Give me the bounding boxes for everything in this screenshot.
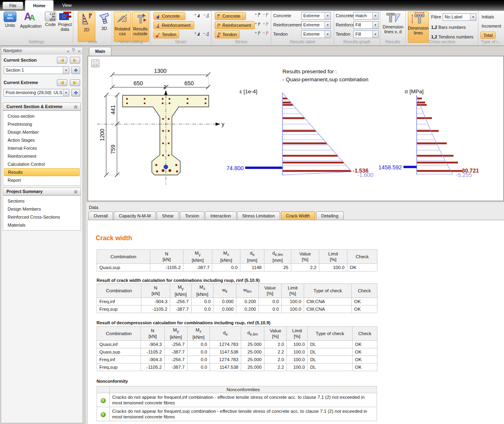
dimension-lines-xd-button[interactable]: Dimension lines x, d <box>381 12 405 40</box>
strain-tendon-add-button[interactable]: + <box>194 31 202 38</box>
stress-add-button[interactable]: + <box>255 12 263 20</box>
results-label-concrete-dropdown[interactable]: Extreme▼ <box>301 12 331 20</box>
strain-add-button[interactable]: + <box>194 13 202 20</box>
add-section-button[interactable] <box>71 66 80 74</box>
view-2d-button[interactable]: 2D <box>78 12 95 42</box>
code-icon: 1,159025.8 <box>45 12 56 21</box>
data-tab-overall[interactable]: Overall <box>89 211 113 220</box>
nav-item-design-members[interactable]: Design Members <box>4 205 80 213</box>
strain-reinforcement-button[interactable]: Reinforcement <box>153 21 194 29</box>
cell: 100.0 <box>287 364 308 371</box>
results-outside-button[interactable]: Results outside <box>132 12 149 42</box>
data-tab-interaction[interactable]: Interaction <box>205 211 236 220</box>
fibre-label: Fibre <box>431 13 441 21</box>
type-total-option[interactable]: Total <box>480 32 496 39</box>
extreme-select[interactable]: Post-tensioning (28,0d): ULS▼ <box>4 89 69 96</box>
pin-icon[interactable] <box>72 48 75 52</box>
nav-item-action-stages[interactable]: Action Stages <box>4 136 80 144</box>
add-extreme-button[interactable] <box>71 89 80 96</box>
tab-home[interactable]: Home <box>25 0 54 11</box>
section-select[interactable]: Section 1▼ <box>4 66 69 74</box>
strain-remove-button[interactable]: − <box>203 13 211 20</box>
stress-reinforcement-button[interactable]: Reinforcement <box>215 21 255 29</box>
chevron-down-icon[interactable]: ▼ <box>325 31 331 38</box>
tab-view[interactable]: View <box>55 0 79 11</box>
cell: 25.000 <box>241 341 264 348</box>
chevron-down-icon[interactable]: ▼ <box>372 31 378 38</box>
nav-item-sections[interactable]: Sections <box>4 197 80 205</box>
panel-menu-icon[interactable]: ▾ <box>67 48 69 55</box>
prev-extreme-button[interactable] <box>57 79 67 86</box>
data-tab-detailing[interactable]: Detailing <box>316 211 344 220</box>
strain-tendon-remove-button[interactable]: − <box>203 31 211 38</box>
dimension-lines-button[interactable]: Dimension lines <box>408 12 429 43</box>
results-graph-reinforcement-dropdown[interactable]: Fill▼ <box>353 21 379 29</box>
results-graph-concrete-dropdown[interactable]: Hatch▼ <box>353 12 379 20</box>
project-data-button[interactable]: Project data <box>57 12 73 40</box>
nav-item-reinforcement[interactable]: Reinforcement <box>4 152 80 160</box>
view-3d-button[interactable]: 3D <box>97 12 111 40</box>
strain-tendon-button[interactable]: Tendon <box>153 30 179 38</box>
chevron-down-icon[interactable]: ▼ <box>372 22 378 28</box>
nav-item-prestressing[interactable]: Prestressing <box>4 120 80 128</box>
nav-item-report[interactable]: Report <box>4 176 80 184</box>
nav-item-materials[interactable]: Materials <box>4 221 80 229</box>
column-header: Check <box>347 250 377 264</box>
group-header-project-summary[interactable]: Project Summary <box>3 187 81 195</box>
results-label-tendon-dropdown[interactable]: Extreme▼ <box>301 30 331 38</box>
results-label-tendon: Tendon <box>273 30 288 38</box>
data-tab-shear[interactable]: Shear <box>157 211 179 220</box>
nav-item-design-member[interactable]: Design Member <box>4 128 80 136</box>
chevron-down-icon[interactable]: ▼ <box>63 89 69 96</box>
rotated-css-button[interactable]: Rotated css <box>114 12 131 42</box>
application-button[interactable]: AA Application <box>18 12 43 40</box>
results-outside-label: Results outside <box>132 26 149 36</box>
nav-item-internal-forces[interactable]: Internal Forces <box>4 144 80 152</box>
strain-concrete-button[interactable]: Concrete <box>153 12 185 20</box>
nav-item-cross-section[interactable]: Cross-section <box>4 112 80 120</box>
next-extreme-button[interactable] <box>70 79 80 86</box>
chevron-down-icon[interactable]: ▼ <box>325 12 331 19</box>
chevron-down-icon[interactable]: ▼ <box>325 22 331 28</box>
file-menu-button[interactable]: File <box>2 2 23 10</box>
cell: -387.7 <box>165 348 187 356</box>
nav-item-calculation-control[interactable]: Calculation Control <box>4 160 80 168</box>
nav-item-reinforced-cross-sections[interactable]: Reinforced Cross-Sections <box>4 213 80 221</box>
data-tab-torsion[interactable]: Torsion <box>180 211 204 220</box>
cell: 100.0 <box>282 298 304 305</box>
data-tab-crack-width[interactable]: Crack Width <box>281 211 315 220</box>
group-header-current-section[interactable]: Current Section & Extreme <box>3 102 81 111</box>
main-view-tab[interactable]: Main <box>89 47 111 56</box>
data-tab-capacity-n-m-m[interactable]: Capacity N-M-M <box>114 211 156 220</box>
column-header: Type of check <box>304 284 352 298</box>
units-button[interactable]: kNMPa Units <box>2 12 18 40</box>
type-increment-option[interactable]: Increment <box>482 22 501 30</box>
stress-tendon-remove-button[interactable]: − <box>263 31 271 38</box>
decompression-caption: Result of decompresssion calculation for… <box>97 320 270 325</box>
rotated-css-label: Rotated css <box>114 26 131 36</box>
prev-section-button[interactable] <box>57 57 67 64</box>
column-header: Combination <box>97 250 150 264</box>
cell: DL <box>308 341 353 348</box>
nav-item-results[interactable]: Results <box>4 168 80 176</box>
fibre-dropdown[interactable]: No Label▼ <box>443 13 476 21</box>
stress-reinf-add-button[interactable]: + <box>255 22 263 29</box>
chevron-down-icon[interactable]: ▼ <box>63 67 69 74</box>
navigator-title-bar[interactable]: Navigator ▾ ✕ <box>1 47 83 54</box>
stress-remove-button[interactable]: − <box>263 12 271 20</box>
stress-concrete-button[interactable]: Concrete <box>215 12 246 20</box>
chevron-down-icon[interactable]: ▼ <box>470 14 476 20</box>
code-button[interactable]: 1,159025.8 Code <box>44 12 57 40</box>
next-section-button[interactable] <box>70 57 80 64</box>
ribbon-group-stress: Concrete Reinforcement Tendon + − + − + … <box>212 11 271 44</box>
close-icon[interactable]: ✕ <box>78 48 81 55</box>
stress-tendon-add-button[interactable]: + <box>255 31 263 38</box>
results-graph-tendon-dropdown[interactable]: Fill▼ <box>353 30 379 38</box>
type-initials-option[interactable]: Initials <box>482 13 494 21</box>
stress-tendon-button[interactable]: Tendon <box>215 30 240 38</box>
data-tab-stress-limitation[interactable]: Stress Limitation <box>237 211 280 220</box>
chevron-down-icon[interactable]: ▼ <box>372 12 378 19</box>
stress-reinf-remove-button[interactable]: − <box>263 22 271 29</box>
results-label-reinforcement-dropdown[interactable]: Extreme▼ <box>301 21 331 29</box>
bars-numbers-toggle[interactable]: 1,2 Bars numbers <box>431 24 466 31</box>
